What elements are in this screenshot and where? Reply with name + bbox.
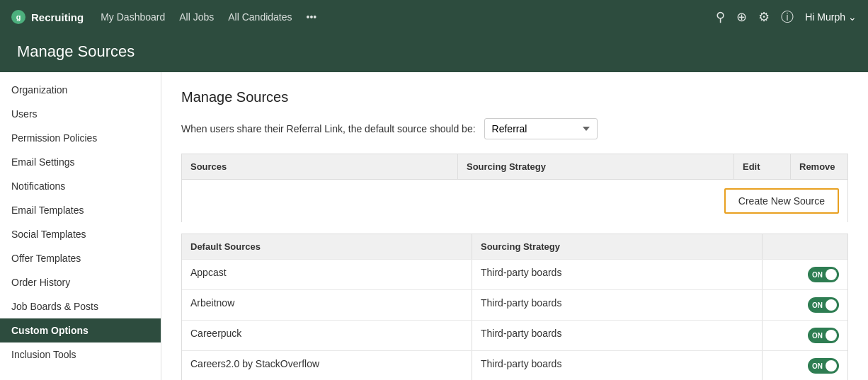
sidebar: Organization Users Permission Policies E…	[0, 72, 161, 380]
page-header: Manage Sources	[0, 34, 868, 72]
nav-my-dashboard[interactable]: My Dashboard	[101, 11, 165, 23]
toggle-switch[interactable]: ON	[808, 358, 839, 374]
page-title: Manage Sources	[17, 42, 851, 61]
toggle-label: ON	[812, 301, 823, 309]
nav-all-jobs[interactable]: All Jobs	[179, 11, 214, 23]
col-edit: Edit	[734, 154, 791, 179]
brand-label: Recruiting	[31, 11, 84, 23]
toggle-cell: ON	[763, 260, 847, 289]
toggle-label: ON	[812, 332, 823, 340]
source-strategy: Third-party boards	[472, 351, 763, 380]
toggle-switch[interactable]: ON	[808, 267, 839, 282]
col-sourcing-strategy: Sourcing Strategy	[458, 154, 734, 179]
col-remove: Remove	[791, 154, 847, 179]
toggle-thumb	[826, 299, 837, 311]
sidebar-item-organization[interactable]: Organization	[0, 78, 161, 102]
toggle-cell: ON	[763, 351, 847, 380]
table-row: Appcast Third-party boards ON	[182, 259, 847, 289]
default-table-header: Default Sources Sourcing Strategy	[182, 234, 847, 259]
sidebar-item-users[interactable]: Users	[0, 102, 161, 126]
referral-label: When users share their Referral Link, th…	[181, 123, 476, 134]
table-row: Arbeitnow Third-party boards ON	[182, 289, 847, 320]
sidebar-item-permission-policies[interactable]: Permission Policies	[0, 126, 161, 150]
user-label: Hi Murph	[805, 11, 845, 23]
source-name: Arbeitnow	[182, 290, 472, 320]
toggle-thumb	[826, 330, 837, 341]
sidebar-item-inclusion-tools[interactable]: Inclusion Tools	[0, 342, 161, 367]
nav-more[interactable]: •••	[307, 11, 317, 23]
nav-actions: ⚲ ⊕ ⚙ ⓘ Hi Murph ⌄	[716, 8, 857, 25]
sidebar-item-notifications[interactable]: Notifications	[0, 174, 161, 198]
add-icon[interactable]: ⊕	[736, 9, 747, 25]
nav-links: My Dashboard All Jobs All Candidates •••	[101, 11, 716, 23]
default-col-toggle	[763, 234, 847, 259]
chevron-down-icon: ⌄	[848, 11, 857, 23]
toggle-switch[interactable]: ON	[808, 297, 839, 313]
search-icon[interactable]: ⚲	[716, 9, 725, 25]
create-source-row: Create New Source	[181, 179, 848, 222]
sidebar-item-custom-options[interactable]: Custom Options	[0, 318, 161, 342]
brand-icon: g	[11, 10, 25, 24]
settings-icon[interactable]: ⚙	[758, 9, 770, 25]
toggle-cell: ON	[763, 321, 847, 350]
toggle-thumb	[826, 269, 837, 280]
default-sources-table: Default Sources Sourcing Strategy Appcas…	[181, 234, 848, 380]
referral-row: When users share their Referral Link, th…	[181, 118, 848, 139]
nav-all-candidates[interactable]: All Candidates	[228, 11, 292, 23]
table-row: Careerpuck Third-party boards ON	[182, 320, 847, 350]
user-menu[interactable]: Hi Murph ⌄	[805, 11, 857, 23]
top-navigation: g Recruiting My Dashboard All Jobs All C…	[0, 0, 868, 34]
source-name: Careers2.0 by StackOverflow	[182, 351, 472, 380]
body-layout: Organization Users Permission Policies E…	[0, 72, 868, 380]
sidebar-item-order-history[interactable]: Order History	[0, 270, 161, 294]
sidebar-item-email-settings[interactable]: Email Settings	[0, 150, 161, 174]
toggle-thumb	[826, 360, 837, 372]
source-name: Careerpuck	[182, 321, 472, 350]
toggle-label: ON	[812, 362, 823, 370]
referral-select[interactable]: Referral	[484, 118, 598, 139]
sources-table-header: Sources Sourcing Strategy Edit Remove	[181, 154, 848, 179]
source-strategy: Third-party boards	[472, 321, 763, 350]
help-icon[interactable]: ⓘ	[781, 8, 794, 25]
main-content: Manage Sources When users share their Re…	[161, 72, 868, 380]
create-new-source-button[interactable]: Create New Source	[724, 188, 839, 214]
default-col-strategy: Sourcing Strategy	[472, 234, 763, 259]
default-col-sources: Default Sources	[182, 234, 472, 259]
sidebar-item-offer-templates[interactable]: Offer Templates	[0, 246, 161, 270]
sidebar-item-job-boards[interactable]: Job Boards & Posts	[0, 294, 161, 318]
toggle-cell: ON	[763, 290, 847, 320]
toggle-switch[interactable]: ON	[808, 328, 839, 343]
source-strategy: Third-party boards	[472, 290, 763, 320]
brand-logo[interactable]: g Recruiting	[11, 10, 84, 24]
section-title: Manage Sources	[181, 89, 848, 105]
col-sources: Sources	[182, 154, 458, 179]
source-name: Appcast	[182, 260, 472, 289]
table-row: Careers2.0 by StackOverflow Third-party …	[182, 350, 847, 380]
sidebar-item-social-templates[interactable]: Social Templates	[0, 222, 161, 246]
sidebar-item-email-templates[interactable]: Email Templates	[0, 198, 161, 222]
source-strategy: Third-party boards	[472, 260, 763, 289]
toggle-label: ON	[812, 271, 823, 279]
